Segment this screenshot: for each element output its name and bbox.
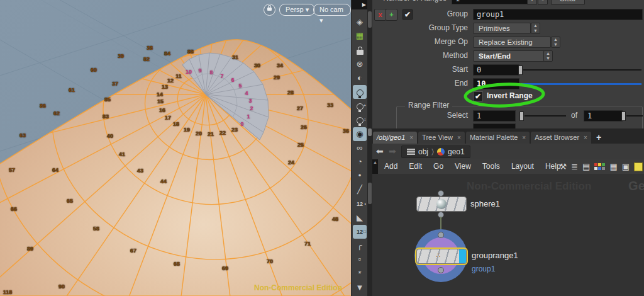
of-slider-track[interactable]: [626, 115, 643, 117]
add-range-button[interactable]: +: [527, 0, 537, 5]
color-palette-icon[interactable]: [594, 163, 605, 170]
start-value-field[interactable]: 0: [473, 64, 519, 76]
new-tab-button[interactable]: +: [592, 132, 605, 144]
display-points-icon[interactable]: •: [353, 169, 367, 183]
prim-number-27: 27: [297, 105, 303, 111]
tab-material-palette[interactable]: Material Palette×: [466, 132, 530, 144]
persp-view-dropdown[interactable]: Persp ▾: [279, 4, 315, 16]
merge-op-dropdown[interactable]: Replace Existing: [473, 37, 551, 48]
close-tab-icon[interactable]: ×: [584, 134, 587, 141]
select-value-field[interactable]: 1: [473, 110, 516, 122]
display-prims-icon[interactable]: ◣: [353, 211, 367, 225]
sticky-note-icon[interactable]: [634, 162, 643, 171]
list-view-icon[interactable]: ▤: [582, 162, 590, 171]
prim-number-64: 64: [52, 167, 58, 173]
select-slider-handle[interactable]: [519, 111, 524, 121]
camera-lock-button[interactable]: [264, 4, 275, 16]
merge-op-spinner[interactable]: ▲▼: [551, 37, 560, 48]
tab-asset-browser[interactable]: Asset Browser×: [531, 132, 591, 144]
end-value-field[interactable]: 10: [473, 78, 519, 89]
close-tab-icon[interactable]: ×: [522, 134, 526, 141]
invert-range-label: Invert Range: [487, 90, 533, 102]
offset-field-clipped[interactable]: [473, 123, 516, 128]
prim-numbers-icon[interactable]: 12□: [353, 225, 367, 239]
start-slider-track[interactable]: [523, 69, 641, 71]
lock-icon[interactable]: [353, 43, 367, 57]
of-value-field[interactable]: 1: [584, 110, 623, 122]
prim-number-43: 43: [137, 168, 143, 174]
grouprange1-output-dot[interactable]: [438, 267, 444, 273]
scrollbar-thumb[interactable]: [368, 11, 372, 28]
view-layout-icon[interactable]: ◈: [353, 15, 367, 29]
prim-number-68: 68: [174, 261, 180, 267]
smooth-shaded-icon[interactable]: ∞: [353, 141, 367, 155]
group-type-dropdown[interactable]: Primitives: [473, 23, 531, 34]
camera-select-dropdown[interactable]: No cam ▾: [313, 4, 351, 16]
sphere1-label[interactable]: sphere1: [470, 199, 500, 208]
display-flag[interactable]: [459, 249, 466, 263]
tree-list-icon[interactable]: ≣: [571, 162, 578, 171]
prim-number-39: 39: [118, 53, 124, 59]
invert-range-checkbox[interactable]: ✔: [473, 91, 483, 101]
breadcrumb-obj[interactable]: obj: [418, 146, 428, 157]
group-type-spinner[interactable]: ▲▼: [531, 23, 540, 34]
breadcrumb-geo1[interactable]: geo1: [448, 146, 465, 157]
high-quality-light-icon[interactable]: +: [353, 99, 367, 113]
close-tab-icon[interactable]: ×: [457, 134, 461, 141]
prim-number-36: 36: [343, 128, 349, 134]
display-normals-icon[interactable]: ╱: [353, 183, 367, 196]
forward-arrow-icon[interactable]: ➡: [389, 147, 396, 156]
node-grouprange1[interactable]: ∴: [416, 249, 467, 264]
menu-tools[interactable]: Tools: [477, 159, 506, 174]
selection-mask-icon[interactable]: ▫: [353, 253, 367, 266]
axis-icon[interactable]: *: [353, 267, 367, 281]
scene-viewport[interactable]: 1112131415161718192021222324252627282930…: [0, 0, 351, 296]
end-slider-track[interactable]: [521, 83, 641, 85]
lights-off-icon[interactable]: ⊗: [353, 57, 367, 71]
sphere1-input-dot[interactable]: [438, 190, 444, 196]
display-profiles-icon[interactable]: ╭: [353, 239, 367, 253]
prim-number-14: 14: [157, 91, 163, 98]
hq-light-shadows-icon[interactable]: ↕: [353, 113, 367, 127]
point-numbers-icon[interactable]: 12•: [353, 197, 367, 211]
number-of-ranges-field[interactable]: 1: [452, 0, 530, 4]
group-name-field[interactable]: group1: [473, 9, 643, 20]
method-spinner[interactable]: ▲▼: [543, 50, 553, 62]
splitter-handle[interactable]: [368, 128, 372, 136]
prim-number-71: 71: [304, 241, 311, 247]
back-arrow-icon[interactable]: ⬅: [376, 147, 384, 156]
layout-windows-icon[interactable]: ▣: [622, 162, 630, 171]
select-slider-track[interactable]: [525, 115, 566, 117]
start-slider-handle[interactable]: [518, 65, 523, 75]
clear-ranges-button[interactable]: Clear: [551, 0, 585, 5]
menu-add[interactable]: Add: [379, 159, 403, 174]
node-sphere1[interactable]: [416, 196, 467, 212]
method-dropdown[interactable]: Start/End: [473, 50, 545, 62]
param-row-start: Start 0: [372, 64, 644, 76]
toolbar-expand-button[interactable]: ▶: [352, 0, 368, 9]
pane-divider[interactable]: [367, 0, 372, 296]
scrollbar-thumb[interactable]: [368, 183, 372, 204]
display-options-icon[interactable]: ◔: [353, 155, 367, 169]
remove-range-button[interactable]: -: [538, 0, 548, 5]
tab--obj-geo1[interactable]: /obj/geo1×: [373, 132, 417, 144]
grouprange1-label[interactable]: grouprange1: [472, 251, 518, 260]
grouprange1-input-dot[interactable]: [438, 232, 444, 238]
display-materials-icon[interactable]: ◉: [353, 127, 367, 141]
snap-icon[interactable]: ▦: [353, 29, 367, 43]
normal-lights-icon[interactable]: [353, 85, 367, 99]
close-tab-icon[interactable]: ×: [409, 134, 413, 141]
menu-layout[interactable]: Layout: [506, 159, 540, 174]
menu-scroll-button[interactable]: ▲: [372, 159, 378, 174]
menu-view[interactable]: View: [449, 159, 477, 174]
network-editor[interactable]: Non-Commercial Edition Geo sphere1 ∴ gro…: [372, 174, 644, 296]
more-icon[interactable]: ▼: [353, 281, 367, 295]
menu-go[interactable]: Go: [428, 159, 449, 174]
menu-edit[interactable]: Edit: [403, 159, 428, 174]
grid-view-icon[interactable]: ▦: [609, 162, 617, 171]
tools-icon[interactable]: ⚒: [560, 162, 567, 171]
of-slider-handle[interactable]: [621, 111, 626, 121]
tab-tree-view[interactable]: Tree View×: [418, 132, 465, 144]
headlight-icon[interactable]: ◐: [353, 71, 367, 85]
selected-prim-number-5: 5: [238, 83, 242, 89]
